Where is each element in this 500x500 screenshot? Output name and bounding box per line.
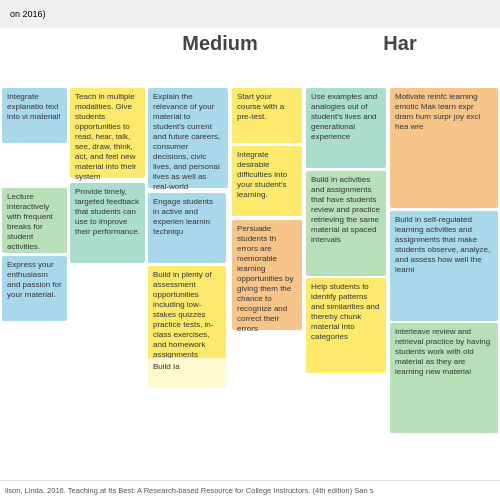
card-c4: Start your course with a pre-test. [232,88,302,143]
card-c3: Explain the relevance of your material t… [148,88,228,188]
card-c15: Interleave review and retrieval practice… [390,323,498,433]
cards-container: Integrate explanatio text into vi materi… [0,28,500,480]
footer: ilson, Linda. 2016. Teaching at Its Best… [0,480,500,500]
header-bar: on 2016) [0,0,500,28]
card-c5: Use examples and analogies out of studen… [306,88,386,168]
card-c7: Lecture interactively with frequent brea… [2,188,67,253]
card-c16: Express your enthusiasm and passion for … [2,256,67,321]
card-c13: Persuade students th errors are memorabl… [232,220,302,330]
header-text: on 2016) [10,9,46,19]
card-c8: Engage students in active and experien l… [148,193,226,263]
card-c18: Build Ia [148,358,226,388]
footer-text: ilson, Linda. 2016. Teaching at Its Best… [5,486,373,495]
card-c9: Integrate desirable difficulties into yo… [232,146,302,216]
card-c2: Teach in multiple modalities. Give stude… [70,88,145,178]
card-c11: Build in self-regulated learning activit… [390,211,498,321]
card-c10: Build in activities and assignments that… [306,171,386,276]
card-c17: Provide timely, targeted feedback that s… [70,183,145,263]
card-c14: Help students to identify patterns and s… [306,278,386,373]
card-c6: Motivate reinfc learning emotic Mak lear… [390,88,498,208]
card-c1: Integrate explanatio text into vi materi… [2,88,67,143]
